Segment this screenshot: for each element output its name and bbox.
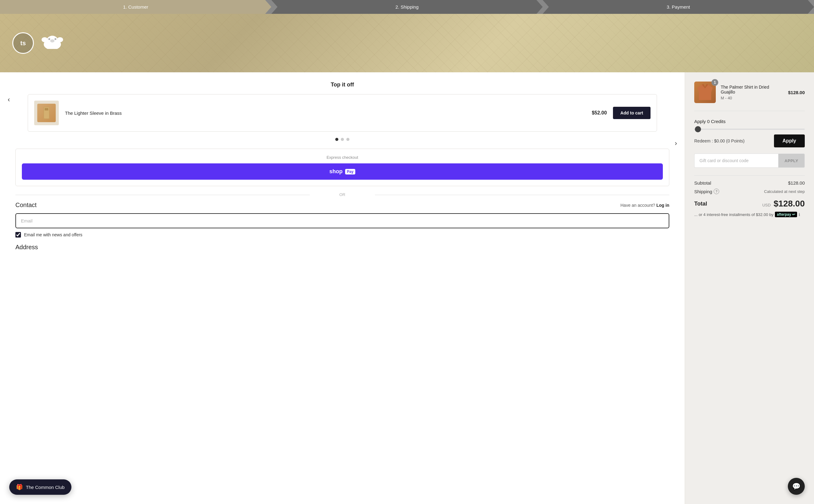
newsletter-label: Email me with news and offers bbox=[24, 232, 82, 237]
top-it-off-title: Top it off bbox=[15, 82, 669, 88]
afterpay-info-icon[interactable]: ℹ bbox=[799, 212, 800, 217]
discount-row: APPLY bbox=[694, 154, 805, 168]
carousel-prev-button[interactable]: ‹ bbox=[6, 94, 11, 105]
afterpay-logo: afterpay ↩ bbox=[775, 212, 797, 217]
shop-pay-text: shop bbox=[329, 168, 343, 175]
apply-credits-button[interactable]: Apply bbox=[774, 134, 805, 147]
or-divider: OR bbox=[15, 192, 669, 197]
dot-2[interactable] bbox=[341, 138, 344, 141]
chat-button[interactable]: 💬 bbox=[788, 478, 805, 495]
credits-label: Apply 0 Credits bbox=[694, 119, 805, 124]
gift-icon: 🎁 bbox=[16, 484, 23, 490]
bear-icon bbox=[40, 34, 65, 53]
cart-item-thumbnail: 1 bbox=[694, 82, 716, 103]
redeem-row: Redeem : $0.00 (0 Points) Apply bbox=[694, 134, 805, 147]
product-image bbox=[37, 104, 56, 122]
hero-background bbox=[0, 14, 814, 72]
cart-item-variant: M - 40 bbox=[721, 96, 783, 100]
afterpay-text: ... or 4 interest-free installments of $… bbox=[694, 212, 773, 217]
svg-point-4 bbox=[48, 38, 50, 40]
shop-pay-badge: Pay bbox=[345, 169, 355, 174]
shipping-info: Shipping ? bbox=[694, 189, 719, 194]
newsletter-checkbox[interactable] bbox=[15, 232, 21, 238]
express-checkout-label: Express checkout bbox=[22, 155, 663, 160]
svg-rect-9 bbox=[45, 108, 48, 110]
shipping-row: Shipping ? Calculated at next step bbox=[694, 189, 805, 194]
cart-item-info: The Palmer Shirt in Dried Guajillo M - 4… bbox=[721, 85, 783, 100]
credits-slider-thumb[interactable] bbox=[695, 126, 701, 132]
svg-point-2 bbox=[57, 37, 63, 42]
subtotal-label: Subtotal bbox=[694, 180, 711, 186]
shipping-label: Shipping bbox=[694, 189, 712, 194]
common-club-label: The Common Club bbox=[26, 485, 65, 490]
totals-section: Subtotal $128.00 Shipping ? Calculated a… bbox=[694, 175, 805, 217]
cart-item-name: The Palmer Shirt in Dried Guajillo bbox=[721, 85, 783, 94]
shop-pay-button[interactable]: shop Pay bbox=[22, 163, 663, 180]
product-carousel: The Lighter Sleeve in Brass $52.00 Add t… bbox=[28, 94, 657, 132]
common-club-badge[interactable]: 🎁 The Common Club bbox=[9, 479, 71, 495]
discount-input[interactable] bbox=[694, 154, 778, 168]
afterpay-row: ... or 4 interest-free installments of $… bbox=[694, 212, 805, 217]
credits-section: Apply 0 Credits Redeem : $0.00 (0 Points… bbox=[694, 119, 805, 147]
address-title: Address bbox=[15, 244, 669, 251]
svg-marker-10 bbox=[697, 85, 713, 100]
subtotal-row: Subtotal $128.00 bbox=[694, 180, 805, 186]
redeem-text: Redeem : $0.00 (0 Points) bbox=[694, 138, 744, 143]
main-layout: Top it off ‹ The Lighter Sleeve in Bra bbox=[0, 72, 814, 504]
product-info: The Lighter Sleeve in Brass bbox=[65, 110, 586, 116]
add-to-cart-button[interactable]: Add to cart bbox=[613, 107, 651, 119]
newsletter-checkbox-row: Email me with news and offers bbox=[15, 232, 669, 238]
left-panel: Top it off ‹ The Lighter Sleeve in Bra bbox=[0, 72, 685, 504]
carousel-dots bbox=[15, 138, 669, 141]
product-thumbnail bbox=[34, 101, 59, 125]
subtotal-value: $128.00 bbox=[788, 180, 805, 186]
contact-title: Contact bbox=[15, 202, 37, 209]
login-prompt: Have an account? Log in bbox=[620, 203, 669, 208]
progress-step-payment[interactable]: 3. Payment bbox=[543, 0, 814, 14]
shipping-info-icon[interactable]: ? bbox=[714, 189, 719, 194]
login-link[interactable]: Log in bbox=[656, 203, 669, 208]
total-currency: USD bbox=[762, 203, 771, 207]
dot-1[interactable] bbox=[335, 138, 338, 141]
credits-slider-track bbox=[694, 129, 805, 130]
express-checkout-section: Express checkout shop Pay bbox=[15, 149, 669, 186]
email-input[interactable] bbox=[15, 213, 669, 228]
progress-step-customer[interactable]: 1. Customer bbox=[0, 0, 271, 14]
cart-item-price: $128.00 bbox=[788, 90, 805, 95]
progress-step-shipping[interactable]: 2. Shipping bbox=[271, 0, 543, 14]
cart-item-quantity-badge: 1 bbox=[712, 79, 718, 86]
svg-point-5 bbox=[54, 38, 56, 40]
apply-discount-button[interactable]: APPLY bbox=[778, 154, 805, 168]
chat-icon: 💬 bbox=[792, 482, 800, 490]
shipping-value: Calculated at next step bbox=[764, 189, 805, 194]
product-name: The Lighter Sleeve in Brass bbox=[65, 110, 586, 116]
total-row: Total USD $128.00 bbox=[694, 199, 805, 209]
dot-3[interactable] bbox=[346, 138, 349, 141]
product-price: $52.00 bbox=[592, 110, 607, 116]
carousel-next-button[interactable]: › bbox=[673, 138, 679, 149]
progress-bar: 1. Customer 2. Shipping 3. Payment bbox=[0, 0, 814, 14]
total-label: Total bbox=[694, 201, 707, 207]
contact-header: Contact Have an account? Log in bbox=[15, 202, 669, 209]
svg-point-1 bbox=[42, 37, 48, 42]
logo-text: ts bbox=[20, 40, 26, 47]
right-panel: 1 The Palmer Shirt in Dried Guajillo M -… bbox=[685, 72, 814, 504]
cart-item: 1 The Palmer Shirt in Dried Guajillo M -… bbox=[694, 82, 805, 111]
brand-logo: ts bbox=[12, 32, 34, 54]
total-amount-container: USD $128.00 bbox=[762, 199, 805, 209]
hero-banner: ts bbox=[0, 14, 814, 72]
svg-point-6 bbox=[50, 39, 54, 42]
total-amount: $128.00 bbox=[774, 199, 805, 208]
